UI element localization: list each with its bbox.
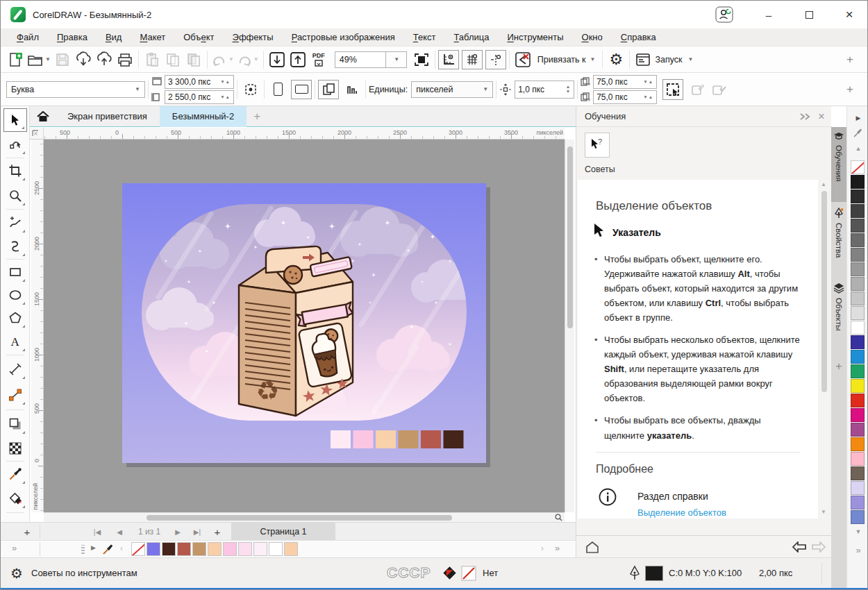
page-size-preset-combo[interactable]: Буква▼ [6, 81, 145, 98]
palette-color-swatch[interactable] [851, 262, 865, 276]
tab-document[interactable]: Безымянный-2 [160, 106, 247, 127]
landscape-orientation-button[interactable] [291, 80, 312, 99]
account-button[interactable] [710, 3, 738, 26]
cloud-open-button[interactable] [73, 49, 94, 71]
color-swatch[interactable] [223, 542, 237, 556]
full-screen-preview-button[interactable] [411, 49, 432, 71]
add-page-button-left[interactable]: + [19, 523, 35, 541]
color-swatch[interactable] [162, 542, 176, 556]
palette-color-swatch[interactable] [851, 379, 865, 393]
menu-item-Эффекты[interactable]: Эффекты [224, 28, 283, 47]
nudge-field[interactable]: 1,0 пкс▲▼ [515, 81, 574, 99]
hints-back-icon[interactable] [792, 541, 807, 553]
tool-ellipse[interactable] [3, 283, 27, 307]
page-tab[interactable]: Страница 1 [231, 523, 335, 541]
minimize-button[interactable]: – [755, 3, 783, 26]
first-page-button[interactable]: |◀ [88, 523, 106, 541]
portrait-orientation-button[interactable] [267, 78, 288, 101]
hscroll-thumb[interactable] [147, 515, 452, 521]
new-document-button[interactable] [5, 49, 26, 71]
palette-flyout-icon[interactable]: ▶ [847, 115, 868, 121]
color-swatch[interactable] [208, 542, 222, 556]
save-button[interactable] [52, 49, 73, 71]
open-button[interactable]: ▼ [26, 49, 52, 71]
duplicate-y-field[interactable]: 75,0 пкс▼▲ [593, 90, 657, 104]
palette-color-swatch[interactable] [851, 248, 865, 262]
vscroll-thumb[interactable] [567, 146, 573, 328]
treat-as-filled-toggle[interactable] [662, 79, 683, 100]
menu-item-Справка[interactable]: Справка [612, 28, 665, 47]
new-document-tab-button[interactable]: + [253, 110, 260, 124]
toolbar-customize-plus[interactable]: + [840, 49, 860, 71]
close-button[interactable]: × [835, 3, 863, 26]
launch-dropdown[interactable]: Запуск▼ [653, 49, 694, 71]
tool-color-eyedropper[interactable] [3, 462, 27, 486]
palette-color-swatch[interactable] [851, 219, 865, 233]
menu-item-Правка[interactable]: Правка [48, 28, 97, 47]
current-page-button[interactable] [342, 78, 362, 101]
tool-freehand[interactable] [3, 211, 27, 235]
palette-expand-icon[interactable]: » [847, 545, 868, 555]
autofit-page-button[interactable] [240, 78, 261, 101]
show-rulers-toggle[interactable] [438, 50, 459, 69]
palette-color-swatch[interactable] [851, 423, 865, 437]
docpalette-flyout-icon[interactable]: ▶ [91, 544, 96, 551]
docker-tab-properties[interactable]: Свойства [831, 205, 846, 277]
last-page-button[interactable]: ▶| [188, 523, 206, 541]
canvas-zoom-button[interactable] [553, 512, 565, 522]
menu-item-Таблица[interactable]: Таблица [445, 28, 499, 47]
color-swatch[interactable] [269, 542, 283, 556]
publish-pdf-button[interactable]: PDF [308, 49, 329, 71]
tab-welcome-screen[interactable]: Экран приветствия [55, 106, 160, 127]
undo-button[interactable]: ▼ [210, 49, 235, 71]
units-combo[interactable]: пикселей▼ [411, 81, 493, 98]
ruler-origin[interactable] [30, 128, 44, 140]
tool-zoom[interactable] [3, 184, 27, 208]
horizontal-scrollbar[interactable] [44, 512, 553, 522]
palette-color-swatch[interactable] [851, 394, 865, 407]
tool-drop-shadow[interactable] [3, 412, 27, 436]
horizontal-ruler[interactable]: пикселей 5000500100015002000250030003500 [44, 128, 565, 140]
tool-shape[interactable] [3, 133, 27, 156]
drawing-canvas[interactable]: ♻ [44, 140, 565, 512]
color-swatch[interactable] [238, 542, 252, 556]
vertical-ruler[interactable]: пикселей 25002000150010005000 [31, 140, 44, 512]
color-swatch[interactable] [177, 542, 191, 556]
palette-color-swatch[interactable] [851, 277, 865, 291]
palette-eyedropper-icon[interactable] [853, 127, 863, 137]
hints-forward-icon[interactable] [811, 541, 826, 553]
page-height-field[interactable]: 2 550,0 пкс▼▲ [165, 90, 234, 104]
hints-scrollbar[interactable]: ▲ ▼ [819, 180, 829, 519]
help-link[interactable]: Выделение объектов [637, 507, 726, 518]
palette-color-swatch[interactable] [851, 233, 865, 247]
hints-scroll-thumb[interactable] [821, 191, 827, 392]
duplicate-x-field[interactable]: 75,0 пкс▼▲ [593, 75, 657, 89]
hints-scroll-down[interactable]: ▼ [821, 509, 826, 515]
menu-item-Растровые изображения[interactable]: Растровые изображения [283, 28, 404, 47]
menu-item-Окно[interactable]: Окно [573, 28, 612, 47]
propbar-customize-plus[interactable]: + [840, 78, 860, 101]
zoom-combo-arrow[interactable]: ▼ [386, 51, 407, 68]
no-color-swatch[interactable] [131, 542, 145, 556]
docker-collapse-icon[interactable] [799, 112, 812, 121]
palette-color-swatch[interactable] [851, 175, 865, 189]
tool-text[interactable]: A [3, 330, 27, 353]
menu-item-Макет[interactable]: Макет [131, 28, 174, 47]
duplicate-button[interactable] [183, 49, 204, 71]
import-button[interactable] [267, 49, 287, 71]
tool-pick[interactable] [3, 108, 27, 132]
palette-color-swatch[interactable] [851, 189, 865, 203]
page-artwork[interactable]: ♻ [122, 183, 486, 463]
menu-item-Объект[interactable]: Объект [174, 28, 223, 47]
hints-scroll-up[interactable]: ▲ [821, 181, 826, 187]
launch-edit-button[interactable] [687, 78, 708, 101]
redo-button[interactable]: ▼ [235, 49, 260, 71]
palette-color-swatch[interactable] [851, 364, 865, 378]
palette-color-swatch[interactable] [851, 292, 865, 305]
tool-connector[interactable] [3, 383, 27, 407]
zoom-level-combo[interactable]: 49% [335, 51, 386, 68]
docpalette-expand-icon[interactable]: » [12, 543, 17, 553]
export-button[interactable] [287, 49, 308, 71]
snap-to-dropdown[interactable]: Привязать к▼ [533, 49, 600, 71]
tool-dimension[interactable] [3, 357, 27, 381]
